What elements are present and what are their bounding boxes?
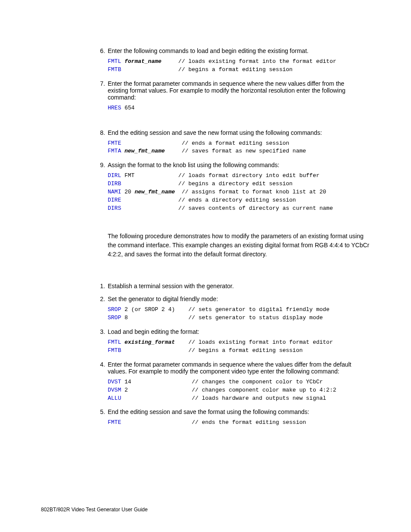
- code-block: SROP 2 (or SROP 2 4) // sets generator t…: [108, 306, 370, 322]
- list-item: 7.Enter the format parameter commands in…: [108, 80, 370, 112]
- step-text: End the editing session and save the for…: [108, 408, 364, 415]
- list-item: 1.Establish a terminal session with the …: [108, 283, 370, 289]
- step-number: 8.: [96, 129, 108, 136]
- step-text: Enter the following commands to load and…: [108, 47, 364, 54]
- paragraph: The following procedure demonstrates how…: [108, 232, 370, 259]
- step-number: 3.: [96, 328, 108, 335]
- list-item: 5.End the editing session and save the f…: [108, 408, 370, 427]
- code-block: FMTL existing_format // loads existing f…: [108, 339, 370, 355]
- code-block: FMTE // ends the format editing session: [108, 419, 370, 427]
- step-number: 9.: [96, 162, 108, 168]
- step-number: 4.: [96, 361, 108, 368]
- list-item: 9.Assign the format to the knob list usi…: [108, 162, 370, 212]
- step-number: 5.: [96, 408, 108, 415]
- step-text: Enter the format parameter commands in s…: [108, 361, 364, 375]
- list-item: 4.Enter the format parameter commands in…: [108, 361, 370, 403]
- step-text: Assign the format to the knob list using…: [108, 162, 364, 168]
- step-number: 2.: [96, 296, 108, 302]
- step-text: Load and begin editing the format:: [108, 328, 364, 335]
- list-item: 8.End the editing session and save the n…: [108, 129, 370, 156]
- step-number: 7.: [96, 80, 108, 87]
- step-text: Establish a terminal session with the ge…: [108, 283, 364, 289]
- step-text: Enter the format parameter commands in s…: [108, 80, 364, 101]
- code-block: DVST 14 // changes the component color t…: [108, 378, 370, 403]
- list-item: 3.Load and begin editing the format: FMT…: [108, 328, 370, 355]
- code-block: HRES 654: [108, 104, 370, 112]
- step-number: 6.: [96, 47, 108, 54]
- list-item: 6.Enter the following commands to load a…: [108, 47, 370, 74]
- list-item: 2.Set the generator to digital friendly …: [108, 296, 370, 322]
- code-block: FMTE // ends a format editing session FM…: [108, 140, 370, 156]
- code-block: FMTL format_name // loads existing forma…: [108, 58, 370, 74]
- step-text: Set the generator to digital friendly mo…: [108, 296, 364, 302]
- code-block: DIRL FMT // loads format directory into …: [108, 172, 370, 212]
- step-number: 1.: [96, 283, 108, 289]
- footer-text: 802BT/802R Video Test Generator User Gui…: [41, 507, 148, 513]
- step-text: End the editing session and save the new…: [108, 129, 364, 136]
